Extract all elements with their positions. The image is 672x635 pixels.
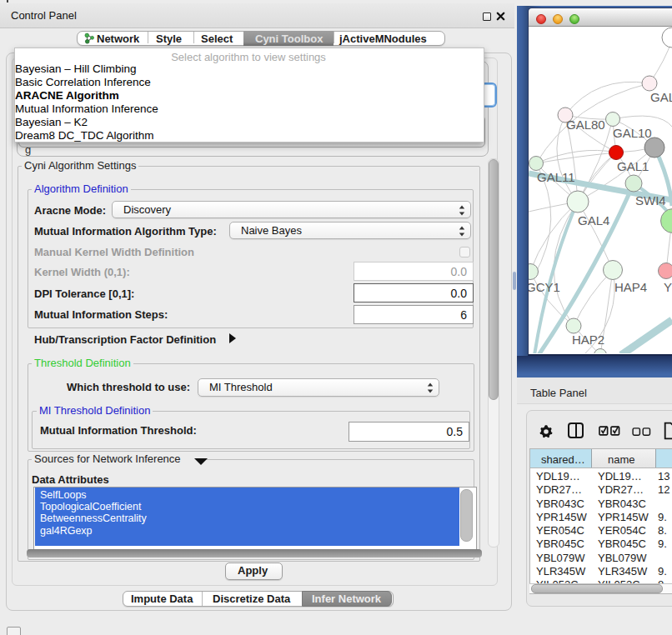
svg-text:GAL80: GAL80 xyxy=(566,118,605,132)
svg-text:SWI4: SWI4 xyxy=(635,193,666,208)
svg-text:GAL: GAL xyxy=(650,90,672,104)
svg-text:HAP2: HAP2 xyxy=(572,332,604,347)
svg-text:GCY1: GCY1 xyxy=(529,280,560,294)
svg-text:HAP4: HAP4 xyxy=(614,280,647,294)
svg-text:GAL10: GAL10 xyxy=(613,126,652,140)
svg-text:GAL1: GAL1 xyxy=(617,159,649,173)
svg-text:GAL4: GAL4 xyxy=(578,213,609,228)
svg-text:Y: Y xyxy=(664,280,672,294)
svg-text:GAL11: GAL11 xyxy=(537,170,575,184)
